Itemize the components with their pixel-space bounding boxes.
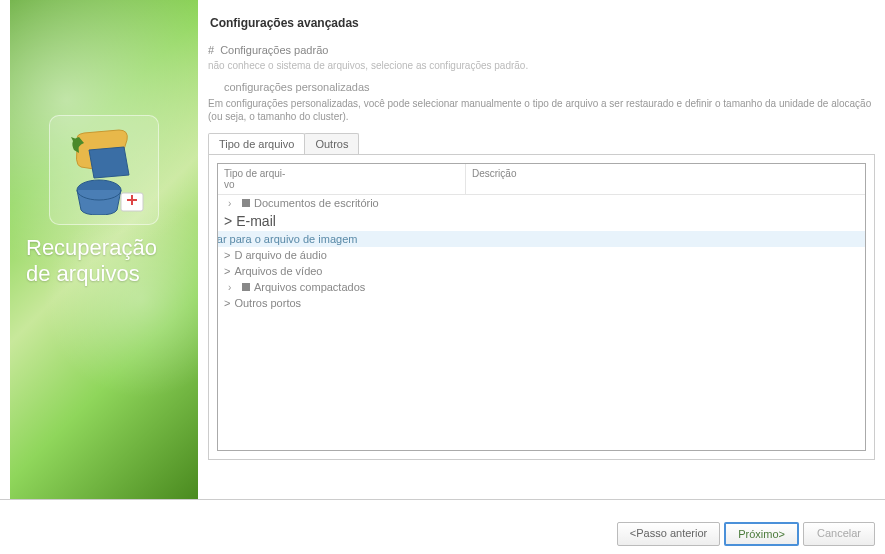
col-header-type[interactable]: Tipo de arqui- vo (218, 164, 466, 194)
tab-panel: Tipo de arqui- vo Descrição ›Documentos … (208, 154, 875, 460)
tree-item-label: D arquivo de áudio (234, 249, 326, 261)
tree-item-label: Arquivos compactados (254, 281, 365, 293)
recovery-icon (49, 115, 159, 225)
col-header-desc[interactable]: Descrição (466, 164, 865, 194)
expand-marker: > (224, 249, 230, 261)
content-panel: Configurações avançadas # Configurações … (198, 0, 885, 499)
tree-item-label: E-mail (236, 213, 276, 229)
wizard-buttons: <Passo anterior Próximo> Cancelar (617, 522, 875, 546)
tree-row[interactable]: ›Documentos de escritório (218, 195, 865, 211)
radio-default-settings[interactable]: # Configurações padrão (208, 44, 875, 56)
expand-marker: > (224, 297, 230, 309)
radio-custom-label: configurações personalizadas (224, 81, 370, 93)
sidebar-title: Recuperação de arquivos (10, 235, 198, 288)
tree-row[interactable]: > Arquivos de vídeo (218, 263, 865, 279)
expand-marker: > (224, 213, 232, 229)
tree-item-label: Voltar para o arquivo de imagem (217, 233, 357, 245)
tree-item-label: Outros portos (234, 297, 301, 309)
page-title: Configurações avançadas (208, 10, 875, 40)
radio-custom-settings[interactable]: configurações personalizadas (208, 81, 875, 93)
tree-item-label: Arquivos de vídeo (234, 265, 322, 277)
tree-row[interactable]: > D arquivo de áudio (218, 247, 865, 263)
checkbox-icon[interactable] (242, 199, 250, 207)
file-type-tree: Tipo de arqui- vo Descrição ›Documentos … (217, 163, 866, 451)
cancel-button[interactable]: Cancelar (803, 522, 875, 546)
chevron-right-icon: › (228, 282, 238, 293)
tree-body: ›Documentos de escritório> E-mail> Volta… (218, 195, 865, 311)
tree-row[interactable]: > Voltar para o arquivo de imagem (217, 231, 865, 247)
next-button[interactable]: Próximo> (724, 522, 799, 546)
tree-row[interactable]: ›Arquivos compactados (218, 279, 865, 295)
tree-header: Tipo de arqui- vo Descrição (218, 164, 865, 195)
default-help-text: não conhece o sistema de arquivos, selec… (208, 60, 875, 71)
tree-item-label: Documentos de escritório (254, 197, 379, 209)
tabs: Tipo de arquivo Outros (208, 133, 875, 154)
chevron-right-icon: › (228, 198, 238, 209)
custom-help-text: Em configurações personalizadas, você po… (208, 97, 875, 123)
tree-row[interactable]: > Outros portos (218, 295, 865, 311)
checkbox-icon[interactable] (242, 283, 250, 291)
svg-rect-4 (131, 195, 133, 205)
tab-file-type[interactable]: Tipo de arquivo (208, 133, 305, 154)
expand-marker: > (224, 265, 230, 277)
prev-button[interactable]: <Passo anterior (617, 522, 720, 546)
radio-default-label: Configurações padrão (220, 44, 328, 56)
sidebar: Recuperação de arquivos (10, 0, 198, 499)
radio-marker: # (208, 44, 214, 56)
tree-row[interactable]: > E-mail (218, 211, 865, 231)
tab-others[interactable]: Outros (304, 133, 359, 154)
